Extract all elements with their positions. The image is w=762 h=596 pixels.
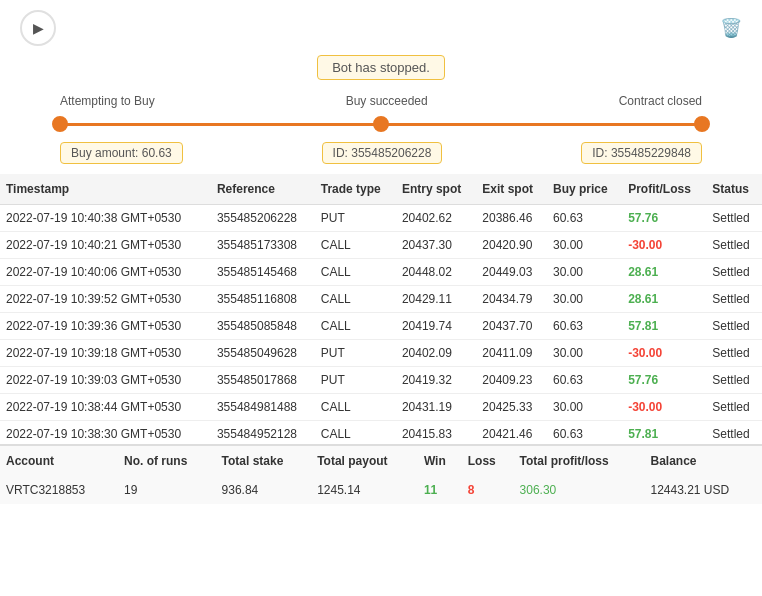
footer-col-profit: Total profit/loss xyxy=(514,445,645,476)
table-cell: Settled xyxy=(706,340,762,367)
table-cell: 30.00 xyxy=(547,394,622,421)
col-entry-spot: Entry spot xyxy=(396,174,476,205)
table-cell: 20411.09 xyxy=(476,340,547,367)
table-cell: PUT xyxy=(315,367,396,394)
footer-balance: 12443.21 USD xyxy=(644,476,762,504)
trades-table: Timestamp Reference Trade type Entry spo… xyxy=(0,174,762,444)
table-cell: 20425.33 xyxy=(476,394,547,421)
table-cell: -30.00 xyxy=(622,232,706,259)
table-section: Timestamp Reference Trade type Entry spo… xyxy=(0,174,762,444)
table-cell: 355485017868 xyxy=(211,367,315,394)
table-row: 2022-07-19 10:40:06 GMT+0530355485145468… xyxy=(0,259,762,286)
table-header: Timestamp Reference Trade type Entry spo… xyxy=(0,174,762,205)
table-row: 2022-07-19 10:39:03 GMT+0530355485017868… xyxy=(0,367,762,394)
footer-win: 11 xyxy=(418,476,462,504)
footer-row: VRTC3218853 19 936.84 1245.14 11 8 306.3… xyxy=(0,476,762,504)
progress-dot-end xyxy=(694,116,710,132)
footer-col-balance: Balance xyxy=(644,445,762,476)
table-cell: 30.00 xyxy=(547,259,622,286)
footer-col-account: Account xyxy=(0,445,118,476)
table-scroll-container[interactable]: Timestamp Reference Trade type Entry spo… xyxy=(0,174,762,444)
table-cell: 20419.32 xyxy=(396,367,476,394)
col-status: Status xyxy=(706,174,762,205)
table-cell: 20429.11 xyxy=(396,286,476,313)
progress-dot-mid xyxy=(373,116,389,132)
table-cell: 30.00 xyxy=(547,232,622,259)
table-cell: 20419.74 xyxy=(396,313,476,340)
col-profit-loss: Profit/Loss xyxy=(622,174,706,205)
top-bar: ▶ 🗑️ xyxy=(0,0,762,51)
table-cell: 20431.19 xyxy=(396,394,476,421)
table-cell: 355484952128 xyxy=(211,421,315,445)
footer-runs: 19 xyxy=(118,476,216,504)
table-cell: 60.63 xyxy=(547,421,622,445)
step1-label: Attempting to Buy xyxy=(60,94,155,108)
progress-section: Attempting to Buy Buy succeeded Contract… xyxy=(0,84,762,164)
table-cell: 60.63 xyxy=(547,367,622,394)
table-cell: CALL xyxy=(315,286,396,313)
table-cell: Settled xyxy=(706,259,762,286)
table-cell: 355485116808 xyxy=(211,286,315,313)
table-cell: Settled xyxy=(706,421,762,445)
table-cell: 2022-07-19 10:39:36 GMT+0530 xyxy=(0,313,211,340)
table-row: 2022-07-19 10:39:52 GMT+0530355485116808… xyxy=(0,286,762,313)
footer-col-win: Win xyxy=(418,445,462,476)
table-cell: PUT xyxy=(315,205,396,232)
table-cell: 60.63 xyxy=(547,205,622,232)
table-cell: 57.81 xyxy=(622,313,706,340)
table-cell: -30.00 xyxy=(622,394,706,421)
table-body: 2022-07-19 10:40:38 GMT+0530355485206228… xyxy=(0,205,762,445)
table-cell: Settled xyxy=(706,367,762,394)
table-cell: 20421.46 xyxy=(476,421,547,445)
table-cell: 2022-07-19 10:38:44 GMT+0530 xyxy=(0,394,211,421)
table-cell: 30.00 xyxy=(547,286,622,313)
table-cell: 355484981488 xyxy=(211,394,315,421)
table-cell: 60.63 xyxy=(547,313,622,340)
col-reference: Reference xyxy=(211,174,315,205)
table-cell: 355485206228 xyxy=(211,205,315,232)
table-cell: Settled xyxy=(706,232,762,259)
table-row: 2022-07-19 10:39:18 GMT+0530355485049628… xyxy=(0,340,762,367)
table-cell: 2022-07-19 10:40:38 GMT+0530 xyxy=(0,205,211,232)
bot-status-container: Bot has stopped. xyxy=(0,55,762,80)
table-cell: Settled xyxy=(706,394,762,421)
table-cell: 20420.90 xyxy=(476,232,547,259)
table-cell: Settled xyxy=(706,205,762,232)
summary-table: Account No. of runs Total stake Total pa… xyxy=(0,444,762,504)
table-cell: 2022-07-19 10:39:18 GMT+0530 xyxy=(0,340,211,367)
table-cell: 30.00 xyxy=(547,340,622,367)
trash-icon: 🗑️ xyxy=(720,18,742,38)
info-badge-2: ID: 355485206228 xyxy=(322,142,443,164)
table-cell: 355485173308 xyxy=(211,232,315,259)
play-icon: ▶ xyxy=(33,20,44,36)
table-cell: 20437.70 xyxy=(476,313,547,340)
progress-track xyxy=(60,114,702,134)
table-cell: 355485049628 xyxy=(211,340,315,367)
col-trade-type: Trade type xyxy=(315,174,396,205)
table-cell: CALL xyxy=(315,394,396,421)
play-button[interactable]: ▶ xyxy=(20,10,56,46)
step2-label: Buy succeeded xyxy=(346,94,428,108)
table-cell: 2022-07-19 10:39:03 GMT+0530 xyxy=(0,367,211,394)
table-cell: 20402.09 xyxy=(396,340,476,367)
progress-bar-bg xyxy=(60,123,702,126)
footer-profit: 306.30 xyxy=(514,476,645,504)
table-row: 2022-07-19 10:40:21 GMT+0530355485173308… xyxy=(0,232,762,259)
trash-button[interactable]: 🗑️ xyxy=(720,17,742,39)
table-cell: 2022-07-19 10:40:21 GMT+0530 xyxy=(0,232,211,259)
table-cell: 355485145468 xyxy=(211,259,315,286)
table-cell: PUT xyxy=(315,340,396,367)
step3-label: Contract closed xyxy=(619,94,702,108)
table-cell: 20415.83 xyxy=(396,421,476,445)
table-cell: 28.61 xyxy=(622,259,706,286)
col-buy-price: Buy price xyxy=(547,174,622,205)
footer-account: VRTC3218853 xyxy=(0,476,118,504)
table-cell: 57.76 xyxy=(622,367,706,394)
table-cell: 57.76 xyxy=(622,205,706,232)
table-row: 2022-07-19 10:38:44 GMT+0530355484981488… xyxy=(0,394,762,421)
table-cell: Settled xyxy=(706,313,762,340)
table-cell: 2022-07-19 10:39:52 GMT+0530 xyxy=(0,286,211,313)
table-cell: -30.00 xyxy=(622,340,706,367)
table-cell: CALL xyxy=(315,259,396,286)
col-timestamp: Timestamp xyxy=(0,174,211,205)
